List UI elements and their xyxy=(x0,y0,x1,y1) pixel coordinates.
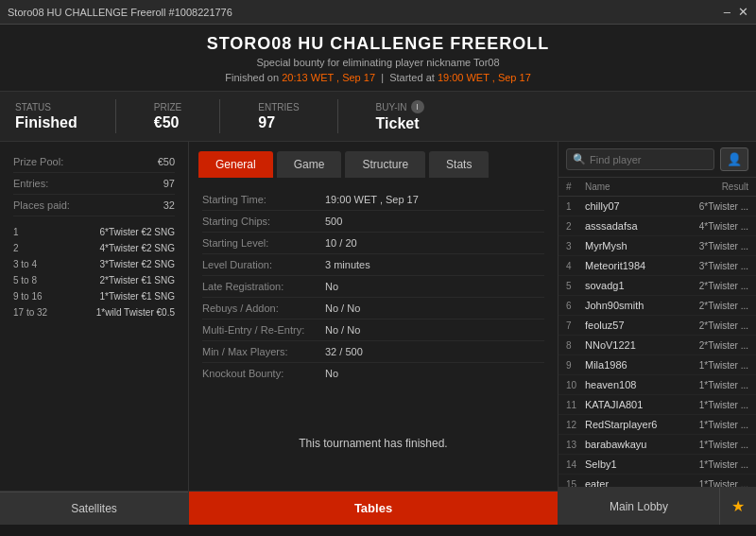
header: STORO08 HU CHALLENGE FREEROLL Special bo… xyxy=(0,25,756,92)
place-number: 9 to 16 xyxy=(13,291,51,302)
player-result: 2*Twister ... xyxy=(687,301,748,311)
player-num: 2 xyxy=(566,221,585,232)
list-item[interactable]: 12RedStarplayer61*Twister ... xyxy=(558,415,756,435)
title-bar-controls: – ✕ xyxy=(724,5,748,19)
list-item[interactable]: 13barabawkayu1*Twister ... xyxy=(558,435,756,455)
player-result: 2*Twister ... xyxy=(687,320,748,331)
satellites-button[interactable]: Satellites xyxy=(0,492,188,525)
place-number: 3 to 4 xyxy=(13,259,51,269)
player-num: 5 xyxy=(566,281,585,291)
list-item[interactable]: 1chilly076*Twister ... xyxy=(558,197,756,216)
tournament-title: STORO08 HU CHALLENGE FREEROLL xyxy=(0,34,756,54)
buyin-value: Ticket xyxy=(376,115,424,132)
info-key: Starting Chips: xyxy=(202,216,325,227)
player-result: 2*Twister ... xyxy=(687,340,748,351)
buyin-label: Buy-in i xyxy=(376,100,424,113)
list-item[interactable]: 11KATAJIA8011*Twister ... xyxy=(558,395,756,415)
right-panel: 🔍 👤 # Name Result 1chilly076*Twister ...… xyxy=(558,142,756,525)
info-key: Knockout Bounty: xyxy=(202,368,325,379)
entries-value: 97 xyxy=(258,114,299,131)
list-item[interactable]: 4Meteorit19843*Twister ... xyxy=(558,256,756,276)
general-info-row: Starting Level:10 / 20 xyxy=(202,233,544,254)
place-prize: 1*wild Twister €0.5 xyxy=(96,307,175,318)
player-result: 4*Twister ... xyxy=(687,221,748,232)
prize-info: Prize Pool: €50 Entries: 97 Places paid:… xyxy=(0,142,188,492)
player-result: 3*Twister ... xyxy=(687,261,748,271)
player-num: 9 xyxy=(566,360,585,371)
info-key: Starting Level: xyxy=(202,237,325,249)
tab-stats[interactable]: Stats xyxy=(429,151,489,178)
search-input[interactable] xyxy=(590,154,708,165)
bottom-btn-row: Tables xyxy=(189,491,558,525)
tournament-times: Finished on 20:13 WET , Sep 17 | Started… xyxy=(0,72,756,83)
tab-structure[interactable]: Structure xyxy=(345,151,425,178)
started-time: 19:00 WET , Sep 17 xyxy=(438,72,531,83)
player-name: RedStarplayer6 xyxy=(585,419,687,430)
col-hash: # xyxy=(566,182,585,192)
player-name: Selby1 xyxy=(585,458,687,470)
place-row: 5 to 82*Twister €1 SNG xyxy=(13,272,175,288)
info-val: No / No xyxy=(325,303,360,314)
minimize-button[interactable]: – xyxy=(724,5,730,19)
list-item[interactable]: 14Selby11*Twister ... xyxy=(558,455,756,475)
tabs-row: GeneralGameStructureStats xyxy=(189,142,558,178)
list-item[interactable]: 3MyrMysh3*Twister ... xyxy=(558,236,756,256)
player-name: sovadg1 xyxy=(585,280,687,291)
list-item[interactable]: 7feoluz572*Twister ... xyxy=(558,316,756,336)
place-number: 1 xyxy=(13,227,51,237)
place-prize: 4*Twister €2 SNG xyxy=(100,243,175,253)
list-item[interactable]: 8NNoV12212*Twister ... xyxy=(558,336,756,355)
divider-3 xyxy=(337,99,338,133)
place-row: 16*Twister €2 SNG xyxy=(13,224,175,240)
info-key: Multi-Entry / Re-Entry: xyxy=(202,324,325,336)
player-name: NNoV1221 xyxy=(585,339,687,351)
place-row: 3 to 43*Twister €2 SNG xyxy=(13,256,175,272)
player-num: 10 xyxy=(566,380,585,390)
prize-pool-value: €50 xyxy=(158,156,175,167)
player-list-header: # Name Result xyxy=(558,178,756,197)
player-result: 1*Twister ... xyxy=(687,459,748,470)
entries-row-value: 97 xyxy=(163,178,175,189)
player-name: John90smith xyxy=(585,300,687,311)
general-info-row: Multi-Entry / Re-Entry:No / No xyxy=(202,320,544,341)
general-info-row: Rebuys / Addon:No / No xyxy=(202,298,544,320)
tab-general[interactable]: General xyxy=(198,151,273,178)
list-item[interactable]: 15eater1*Twister ... xyxy=(558,475,756,487)
player-num: 1 xyxy=(566,201,585,212)
player-result: 1*Twister ... xyxy=(687,380,748,390)
info-val: 500 xyxy=(325,216,342,227)
player-result: 1*Twister ... xyxy=(687,420,748,430)
info-key: Level Duration: xyxy=(202,259,325,270)
player-name: chilly07 xyxy=(585,200,687,212)
buyin-info-icon[interactable]: i xyxy=(411,100,424,113)
place-prize: 6*Twister €2 SNG xyxy=(100,227,175,237)
entries-row-label: Entries: xyxy=(13,178,48,189)
list-item[interactable]: 5sovadg12*Twister ... xyxy=(558,276,756,296)
list-item[interactable]: 6John90smith2*Twister ... xyxy=(558,296,756,316)
list-item[interactable]: 9Mila19861*Twister ... xyxy=(558,355,756,375)
player-num: 12 xyxy=(566,420,585,430)
close-button[interactable]: ✕ xyxy=(738,5,748,19)
search-row: 🔍 👤 xyxy=(558,142,756,178)
main-lobby-button[interactable]: Main Lobby xyxy=(558,488,719,525)
tab-game[interactable]: Game xyxy=(277,151,342,178)
place-row: 9 to 161*Twister €1 SNG xyxy=(13,288,175,304)
star-button[interactable]: ★ xyxy=(719,488,756,525)
general-info-row: Starting Chips:500 xyxy=(202,211,544,233)
list-item[interactable]: 2asssadafsa4*Twister ... xyxy=(558,216,756,236)
prize-stat: Prize €50 xyxy=(154,102,181,131)
info-val: 10 / 20 xyxy=(325,237,357,249)
entries-row: Entries: 97 xyxy=(13,173,175,195)
player-name: barabawkayu xyxy=(585,439,687,450)
main-area: Prize Pool: €50 Entries: 97 Places paid:… xyxy=(0,142,756,525)
player-num: 11 xyxy=(566,400,585,410)
add-friend-button[interactable]: 👤 xyxy=(720,147,748,171)
status-stat: Status Finished xyxy=(15,102,77,131)
places-paid-value: 32 xyxy=(163,199,175,211)
player-result: 6*Twister ... xyxy=(687,201,748,212)
player-name: Mila1986 xyxy=(585,359,687,371)
finished-text: This tournament has finished. xyxy=(299,437,447,450)
player-name: KATAJIA801 xyxy=(585,399,687,410)
tables-button[interactable]: Tables xyxy=(189,492,558,525)
list-item[interactable]: 10heaven1081*Twister ... xyxy=(558,375,756,395)
